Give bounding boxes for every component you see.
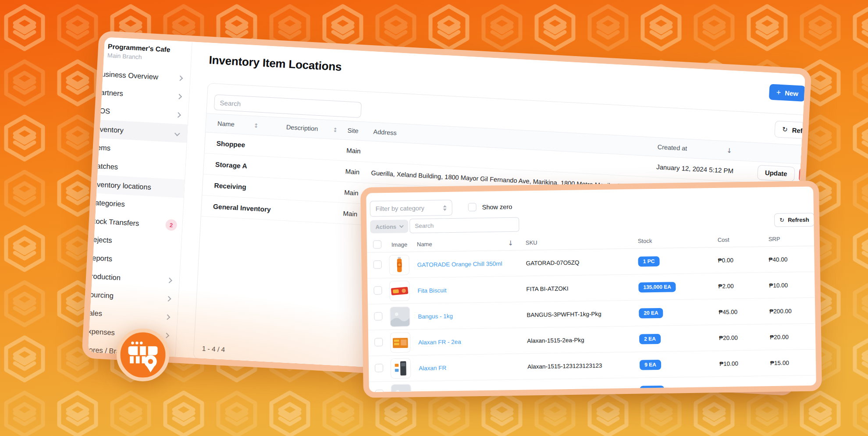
stock-badge: 135,000 EA <box>638 282 676 292</box>
refresh-icon: ↻ <box>782 125 788 134</box>
new-location-button[interactable]: + New <box>769 84 806 102</box>
medicine-bottle-dark-image <box>391 358 411 379</box>
notification-badge: 2 <box>165 219 177 231</box>
item-name-link[interactable]: Alaxan FR <box>419 363 527 372</box>
stock-badge: 2 EA <box>639 333 661 344</box>
chevron-right-icon <box>165 314 171 320</box>
item-name-link[interactable]: Bangus - 1kg <box>418 312 526 320</box>
item-name-link[interactable]: GATORADE Orange Chill 350ml <box>417 260 526 268</box>
product-thumbnail <box>391 358 411 379</box>
desktop-background: { "theme": { "accent_blue": "#2d7ff0", "… <box>0 0 868 436</box>
biscuit-pack-image <box>390 280 409 301</box>
items-window: Filter by category Show zero Actions ↻ R… <box>360 181 822 397</box>
row-checkbox[interactable] <box>374 338 383 346</box>
row-checkbox[interactable] <box>373 260 381 269</box>
image-placeholder-icon <box>390 306 410 327</box>
product-thumbnail <box>389 280 410 301</box>
refresh-button[interactable]: ↻ Refresh <box>774 213 815 227</box>
stock-badge: 1 PC <box>638 256 659 266</box>
items-table-body: GATORADE Orange Chill 350ml GATORAD-07O5… <box>367 246 816 398</box>
medicine-box-image <box>391 332 410 353</box>
actions-button[interactable]: Actions <box>370 220 408 233</box>
product-thumbnail <box>390 306 410 327</box>
select-arrows-icon <box>443 205 447 211</box>
chevron-right-icon <box>176 94 182 99</box>
sidebar: Programmer's Cafe Main Branch Business O… <box>82 37 192 357</box>
gatorade-bottle-image <box>389 255 409 275</box>
sort-desc-icon[interactable]: ↓ <box>508 239 513 247</box>
refresh-button[interactable]: ↻ Refresh <box>774 121 811 140</box>
chevron-right-icon <box>175 112 181 118</box>
page-title: Inventory Item Locations <box>209 53 342 74</box>
plus-icon: + <box>776 88 781 97</box>
refresh-icon: ↻ <box>779 217 784 223</box>
stock-badge: 20 EA <box>639 308 663 318</box>
row-checkbox[interactable] <box>375 390 384 398</box>
product-thumbnail <box>391 384 412 398</box>
image-placeholder-icon <box>391 384 411 398</box>
sort-icon[interactable]: ↕ <box>253 122 259 129</box>
row-checkbox[interactable] <box>375 364 383 372</box>
row-checkbox[interactable] <box>374 286 382 294</box>
chevron-down-icon <box>399 223 404 228</box>
row-checkbox[interactable] <box>374 312 382 320</box>
select-all-checkbox[interactable] <box>373 240 381 248</box>
chevron-right-icon <box>166 296 171 301</box>
item-name-link[interactable]: Fita Biscuit <box>417 286 526 294</box>
sort-desc-icon[interactable]: ↓ <box>726 147 733 155</box>
storefront-logo-badge[interactable] <box>116 328 170 382</box>
category-filter-select[interactable]: Filter by category <box>370 200 452 217</box>
stock-badge: 9 EA <box>640 359 661 370</box>
show-zero-label: Show zero <box>482 203 512 210</box>
chevron-right-icon <box>178 75 183 81</box>
chevron-down-icon <box>174 130 180 136</box>
product-thumbnail <box>390 332 411 353</box>
item-name-link[interactable]: Alaxan FR - 2ea <box>418 337 527 346</box>
chevron-right-icon <box>167 277 172 283</box>
product-thumbnail <box>389 255 409 275</box>
show-zero-checkbox[interactable] <box>468 203 477 211</box>
items-search-input[interactable] <box>409 217 519 234</box>
pagination-label: 1 - 4 / 4 <box>202 345 225 354</box>
sort-icon[interactable]: ↕ <box>333 126 338 133</box>
update-button[interactable]: Update <box>757 165 795 181</box>
